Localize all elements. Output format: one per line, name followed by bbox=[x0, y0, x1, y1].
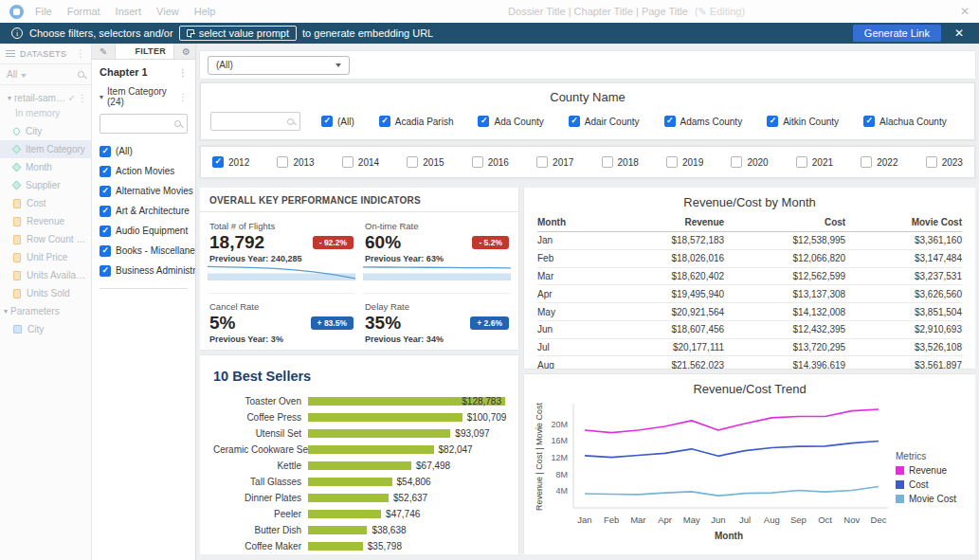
table-row[interactable]: Apr$19,495,940$13,137,308$3,626,560 bbox=[537, 285, 962, 303]
year-item[interactable]: 2015 bbox=[407, 156, 444, 168]
dataset-metric-cost[interactable]: Cost bbox=[0, 194, 91, 212]
search-icon[interactable] bbox=[78, 71, 84, 78]
table-row[interactable]: Mar$18,620,402$12,562,599$3,237,531 bbox=[537, 267, 962, 285]
year-item[interactable]: 2014 bbox=[342, 156, 379, 168]
dataset-metric-units-sold[interactable]: Units Sold bbox=[0, 284, 91, 302]
checkbox-checked[interactable] bbox=[478, 116, 489, 127]
year-item[interactable]: 2013 bbox=[277, 156, 314, 168]
table-row[interactable]: Jan$18,572,183$12,538,995$3,361,160 bbox=[537, 232, 962, 250]
year-item[interactable]: 2022 bbox=[861, 156, 897, 168]
select-value-prompt-button[interactable]: select value prompt bbox=[179, 26, 297, 41]
all-dropdown[interactable]: (All) bbox=[208, 56, 350, 75]
bar[interactable] bbox=[308, 510, 381, 519]
bar[interactable] bbox=[308, 542, 363, 551]
bar[interactable] bbox=[308, 461, 411, 471]
datasets-menu-icon[interactable]: ⋮ bbox=[76, 48, 85, 59]
checkbox-unchecked[interactable] bbox=[472, 156, 483, 168]
notification-close-icon[interactable]: ✕ bbox=[954, 27, 964, 40]
bar[interactable] bbox=[308, 413, 462, 423]
expand-arrow-icon[interactable]: ▾ bbox=[100, 93, 103, 101]
search-icon[interactable] bbox=[287, 118, 294, 125]
filter-item[interactable]: (All) bbox=[100, 141, 188, 161]
menu-insert[interactable]: Insert bbox=[116, 6, 142, 17]
bar[interactable] bbox=[308, 478, 392, 487]
bar[interactable] bbox=[308, 429, 450, 439]
bar[interactable] bbox=[308, 494, 389, 503]
table-row[interactable]: Feb$18,026,016$12,066,820$3,147,484 bbox=[537, 249, 962, 267]
county-item[interactable]: (All) bbox=[321, 116, 354, 127]
checkbox-checked[interactable] bbox=[100, 226, 111, 237]
parameters-section[interactable]: ▾ Parameters bbox=[0, 302, 91, 320]
legend-item-movie-cost[interactable]: Movie Cost bbox=[896, 494, 968, 504]
checkbox-unchecked[interactable] bbox=[796, 156, 807, 168]
year-item[interactable]: 2018 bbox=[602, 156, 639, 168]
dataset-root[interactable]: ▾ retail-sample-d... ✓ ⋮ bbox=[0, 89, 91, 107]
generate-link-button[interactable]: Generate Link bbox=[853, 25, 941, 42]
checkbox-checked[interactable] bbox=[569, 116, 580, 127]
menu-file[interactable]: File bbox=[35, 6, 52, 17]
year-item[interactable]: 2012 bbox=[212, 156, 249, 168]
filter-item[interactable]: Art & Architecture bbox=[100, 201, 188, 221]
checkbox-unchecked[interactable] bbox=[731, 156, 742, 168]
county-item[interactable]: Alachua County bbox=[863, 116, 947, 127]
checkbox-unchecked[interactable] bbox=[602, 156, 613, 168]
filter-search-input[interactable] bbox=[106, 118, 174, 129]
bar[interactable] bbox=[308, 445, 434, 455]
checkbox-checked[interactable] bbox=[212, 156, 224, 168]
tab-edit[interactable]: ✎ bbox=[92, 44, 116, 59]
checkbox-checked[interactable] bbox=[100, 245, 111, 257]
search-icon[interactable] bbox=[174, 120, 181, 127]
checkbox-checked[interactable] bbox=[379, 116, 390, 127]
county-item[interactable]: Acadia Parish bbox=[379, 116, 454, 127]
county-item[interactable]: Aitkin County bbox=[767, 116, 839, 127]
checkbox-unchecked[interactable] bbox=[407, 156, 418, 168]
checkbox-unchecked[interactable] bbox=[861, 156, 872, 168]
county-item[interactable]: Ada County bbox=[478, 116, 543, 127]
checkbox-checked[interactable] bbox=[664, 116, 676, 127]
parameter-item[interactable]: City bbox=[0, 320, 91, 338]
filter-item[interactable]: Business Administration bbox=[100, 261, 188, 280]
year-item[interactable]: 2023 bbox=[926, 156, 963, 168]
county-search-input[interactable] bbox=[217, 117, 287, 127]
filter-item[interactable]: Audio Equipment bbox=[100, 221, 188, 241]
tab-filter[interactable]: FILTER bbox=[116, 44, 174, 59]
window-close-icon[interactable]: ✕ bbox=[960, 5, 970, 18]
year-item[interactable]: 2020 bbox=[731, 156, 768, 168]
legend-item-revenue[interactable]: Revenue bbox=[896, 465, 968, 476]
filter-group-header[interactable]: ▾ Item Category (24) ⋮ bbox=[100, 86, 188, 107]
table-row[interactable]: Jun$18,607,456$12,432,395$2,910,693 bbox=[537, 320, 962, 338]
county-item[interactable]: Adams County bbox=[664, 116, 743, 127]
checkbox-unchecked[interactable] bbox=[536, 156, 548, 168]
checkbox-checked[interactable] bbox=[100, 206, 111, 217]
checkbox-unchecked[interactable] bbox=[342, 156, 354, 168]
expand-arrow-icon[interactable]: ▾ bbox=[8, 94, 11, 102]
checkbox-checked[interactable] bbox=[100, 265, 111, 277]
filter-item[interactable]: Action Movies bbox=[100, 161, 188, 181]
year-item[interactable]: 2016 bbox=[472, 156, 509, 168]
menu-format[interactable]: Format bbox=[67, 6, 100, 17]
dataset-menu-icon[interactable]: ⋮ bbox=[78, 93, 87, 103]
county-item[interactable]: Adair County bbox=[569, 116, 640, 127]
dataset-attribute-item-category[interactable]: Item Category bbox=[0, 140, 91, 158]
checkbox-unchecked[interactable] bbox=[926, 156, 937, 168]
dataset-metric-row-count-ret-[interactable]: Row Count - ret... bbox=[0, 230, 91, 248]
bar[interactable] bbox=[308, 526, 367, 535]
checkbox-checked[interactable] bbox=[100, 146, 111, 157]
menu-view[interactable]: View bbox=[156, 6, 179, 17]
datasets-filter-dropdown[interactable]: All bbox=[7, 69, 78, 80]
checkbox-checked[interactable] bbox=[321, 116, 333, 127]
expand-arrow-icon[interactable]: ▾ bbox=[4, 307, 8, 316]
chapter-menu-icon[interactable]: ⋮ bbox=[178, 67, 188, 78]
year-item[interactable]: 2021 bbox=[796, 156, 833, 168]
dataset-metric-unit-price[interactable]: Unit Price bbox=[0, 248, 91, 266]
checkbox-checked[interactable] bbox=[100, 166, 111, 177]
dataset-attribute-city[interactable]: City bbox=[0, 122, 91, 140]
year-item[interactable]: 2019 bbox=[666, 156, 703, 168]
checkbox-unchecked[interactable] bbox=[277, 156, 288, 168]
table-row[interactable]: May$20,921,564$14,132,008$3,851,504 bbox=[537, 303, 962, 321]
dataset-metric-units-available[interactable]: Units Available bbox=[0, 266, 91, 284]
tab-settings[interactable]: ⚙ bbox=[174, 44, 196, 59]
filter-group-menu-icon[interactable]: ⋮ bbox=[178, 92, 188, 102]
filter-item[interactable]: Alternative Movies bbox=[100, 181, 188, 201]
filter-item[interactable]: Books - Miscellaneous bbox=[100, 241, 188, 261]
